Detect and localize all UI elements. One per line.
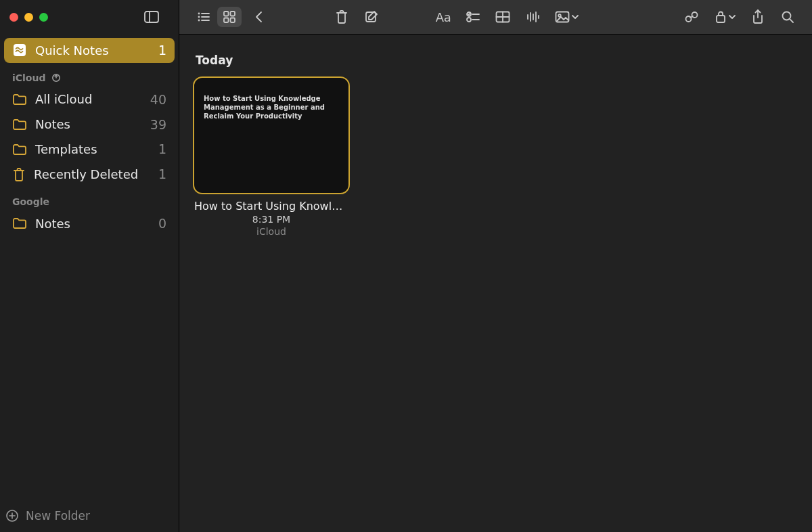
sidebar-item-count: 1 — [158, 167, 166, 182]
note-thumbnail-title: How to Start Using Knowledge Management … — [204, 94, 339, 120]
folder-icon — [12, 93, 27, 106]
format-icon: Aa — [436, 10, 451, 24]
table-icon — [495, 11, 510, 23]
search-icon — [781, 10, 794, 24]
group-heading-today: Today — [196, 53, 798, 67]
sidebar-item-count: 1 — [158, 141, 166, 157]
svg-rect-35 — [717, 16, 725, 22]
fullscreen-window-button[interactable] — [39, 13, 48, 22]
note-caption: How to Start Using Knowle… 8:31 PM iClou… — [193, 194, 350, 237]
window-titlebar — [0, 0, 179, 34]
format-button[interactable]: Aa — [431, 7, 455, 27]
section-label: Google — [12, 196, 49, 207]
sidebar-item-label: Quick Notes — [35, 43, 109, 58]
new-folder-label: New Folder — [26, 509, 90, 523]
toolbar: Aa — [179, 0, 812, 35]
svg-point-9 — [198, 16, 200, 18]
sidebar-toggle-button[interactable] — [139, 7, 164, 27]
notes-grid: Today How to Start Using Knowledge Manag… — [179, 35, 812, 532]
sidebar-item-label: Recently Deleted — [34, 167, 138, 182]
svg-point-20 — [467, 18, 471, 22]
cards-container: How to Start Using Knowledge Management … — [193, 76, 798, 237]
note-title: How to Start Using Knowle… — [194, 200, 348, 213]
checklist-icon — [466, 11, 480, 23]
share-icon — [752, 9, 764, 24]
main-pane: Aa — [179, 0, 812, 532]
link-button[interactable] — [679, 7, 704, 27]
sidebar-item-templates[interactable]: Templates 1 — [4, 137, 175, 162]
note-thumbnail: How to Start Using Knowledge Management … — [193, 76, 350, 194]
svg-line-37 — [790, 19, 793, 22]
folder-icon — [12, 143, 27, 156]
list-view-button[interactable] — [191, 7, 216, 27]
svg-point-11 — [198, 20, 200, 22]
sidebar-folder-list: Quick Notes 1 iCloud All iCloud 40 Notes… — [0, 34, 179, 500]
sidebar: Quick Notes 1 iCloud All iCloud 40 Notes… — [0, 0, 179, 532]
svg-point-7 — [198, 13, 200, 15]
sidebar-item-quick-notes[interactable]: Quick Notes 1 — [4, 38, 175, 63]
media-button[interactable] — [550, 7, 583, 27]
sidebar-item-label: Templates — [35, 142, 97, 157]
lock-icon — [715, 10, 727, 24]
svg-point-31 — [558, 14, 561, 17]
chevron-down-icon — [729, 14, 736, 20]
sidebar-item-count: 0 — [158, 216, 166, 231]
svg-rect-13 — [224, 12, 229, 16]
sidebar-item-google-notes[interactable]: Notes 0 — [4, 211, 175, 236]
sidebar-item-count: 40 — [150, 92, 166, 108]
sidebar-item-count: 1 — [158, 43, 166, 58]
waveform-icon — [526, 11, 539, 23]
svg-rect-14 — [231, 12, 235, 16]
svg-rect-16 — [231, 18, 235, 23]
audio-button[interactable] — [520, 7, 545, 27]
back-button[interactable] — [247, 7, 271, 27]
sidebar-item-recently-deleted[interactable]: Recently Deleted 1 — [4, 162, 175, 187]
lock-button[interactable] — [709, 7, 740, 27]
list-icon — [197, 12, 210, 22]
minimize-window-button[interactable] — [24, 13, 33, 22]
photo-icon — [555, 11, 570, 23]
plus-circle-icon — [5, 509, 19, 523]
sidebar-item-label: Notes — [35, 117, 70, 132]
sidebar-item-label: Notes — [35, 217, 70, 231]
link-icon — [684, 10, 699, 24]
new-folder-button[interactable]: New Folder — [0, 500, 179, 532]
sidebar-section-google[interactable]: Google — [4, 187, 175, 211]
share-button[interactable] — [746, 7, 770, 27]
sidebar-item-notes[interactable]: Notes 39 — [4, 112, 175, 137]
trash-icon — [335, 9, 348, 24]
close-window-button[interactable] — [9, 13, 18, 22]
table-button[interactable] — [491, 7, 515, 27]
checklist-button[interactable] — [461, 7, 485, 27]
cloud-sync-icon — [51, 73, 62, 83]
window-controls — [9, 13, 48, 22]
svg-rect-2 — [14, 44, 26, 56]
sidebar-toggle-icon — [144, 11, 159, 23]
delete-note-button[interactable] — [330, 7, 354, 27]
note-source: iCloud — [194, 226, 348, 237]
folder-icon — [12, 118, 27, 131]
sidebar-section-icloud[interactable]: iCloud — [4, 63, 175, 87]
note-card[interactable]: How to Start Using Knowledge Management … — [193, 76, 350, 237]
svg-rect-15 — [224, 18, 229, 23]
sidebar-item-all-icloud[interactable]: All iCloud 40 — [4, 87, 175, 112]
grid-icon — [223, 11, 235, 23]
new-note-button[interactable] — [359, 7, 384, 27]
note-time: 8:31 PM — [194, 214, 348, 225]
trash-icon — [12, 167, 26, 182]
compose-icon — [365, 10, 378, 24]
chevron-down-icon — [572, 14, 579, 20]
folder-icon — [12, 217, 27, 229]
section-label: iCloud — [12, 72, 45, 83]
sidebar-item-label: All iCloud — [35, 92, 92, 107]
grid-view-button[interactable] — [217, 7, 242, 27]
chevron-left-icon — [254, 11, 264, 23]
svg-rect-0 — [145, 12, 158, 22]
quick-note-icon — [12, 43, 27, 58]
view-mode-group — [191, 7, 242, 27]
sidebar-item-count: 39 — [150, 117, 166, 133]
search-button[interactable] — [775, 7, 800, 27]
